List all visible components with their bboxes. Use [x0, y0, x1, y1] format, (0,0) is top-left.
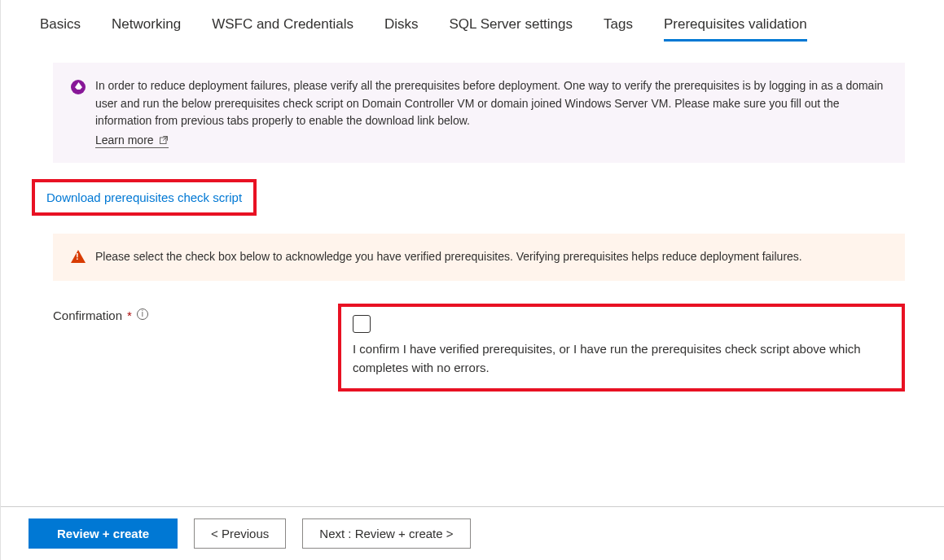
download-link-highlight: Download prerequisites check script	[32, 179, 257, 216]
rocket-icon	[71, 80, 86, 94]
tab-basics[interactable]: Basics	[40, 16, 81, 42]
tab-sql-server-settings[interactable]: SQL Server settings	[450, 16, 573, 42]
confirmation-label: Confirmation	[53, 308, 122, 322]
confirmation-text: I confirm I have verified prerequisites,…	[353, 339, 890, 378]
external-link-icon	[159, 135, 169, 145]
footer-actions: Review + create < Previous Next : Review…	[1, 506, 944, 560]
tab-disks[interactable]: Disks	[384, 16, 419, 42]
warning-banner: Please select the check box below to ack…	[53, 234, 905, 281]
learn-more-label: Learn more	[95, 133, 154, 147]
tab-networking[interactable]: Networking	[112, 16, 181, 42]
confirmation-highlight: I confirm I have verified prerequisites,…	[338, 304, 905, 392]
review-create-button[interactable]: Review + create	[29, 518, 178, 549]
next-button[interactable]: Next : Review + create >	[302, 518, 470, 549]
info-banner: In order to reduce deployment failures, …	[53, 63, 905, 163]
previous-button[interactable]: < Previous	[194, 518, 286, 549]
tab-wsfc-credentials[interactable]: WSFC and Credentials	[212, 16, 353, 42]
tab-prerequisites-validation[interactable]: Prerequisites validation	[664, 16, 807, 42]
info-icon[interactable]: i	[137, 308, 148, 320]
warning-banner-text: Please select the check box below to ack…	[95, 248, 802, 266]
confirmation-checkbox[interactable]	[353, 315, 371, 333]
tab-tags[interactable]: Tags	[604, 16, 633, 42]
learn-more-link[interactable]: Learn more	[95, 133, 169, 148]
tabs-container: Basics Networking WSFC and Credentials D…	[40, 16, 905, 42]
info-banner-text: In order to reduce deployment failures, …	[95, 77, 887, 130]
warning-icon	[71, 250, 86, 263]
download-prerequisites-link[interactable]: Download prerequisites check script	[46, 190, 242, 204]
confirmation-row: Confirmation * i I confirm I have verifi…	[53, 304, 905, 392]
required-asterisk: *	[127, 308, 132, 322]
